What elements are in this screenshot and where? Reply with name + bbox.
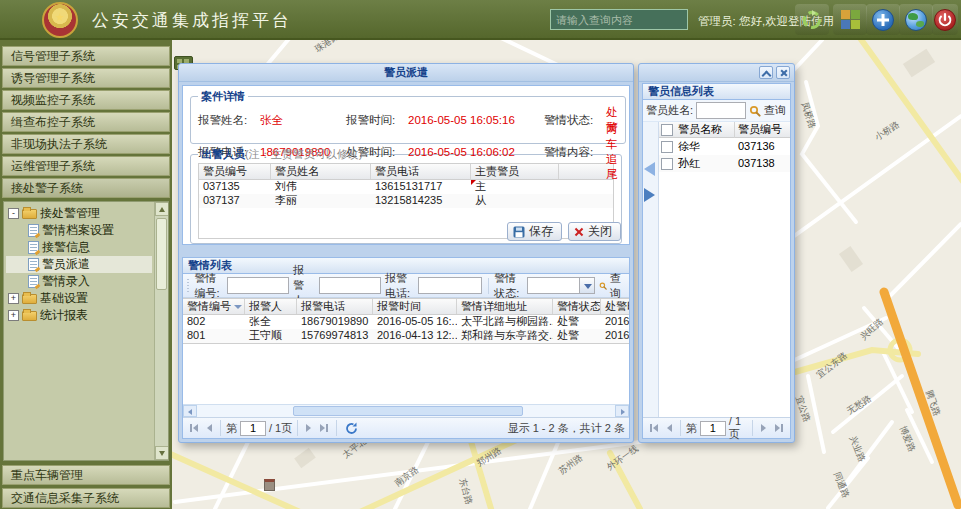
officer-list-row[interactable]: 徐华 037136 [659, 138, 790, 155]
column-header[interactable]: 警情状态 [553, 299, 601, 314]
tree-node-officer-dispatch[interactable]: 警员派遣 [6, 256, 152, 273]
move-left-arrow-icon[interactable] [644, 162, 655, 176]
scroll-down-icon[interactable] [155, 446, 169, 460]
left-sidebar: 信号管理子系统 诱导管理子系统 视频监控子系统 缉查布控子系统 非现场执法子系统… [0, 40, 172, 509]
tree-scrollbar[interactable] [154, 202, 168, 460]
column-header[interactable]: 警员姓名 [271, 164, 371, 179]
main-officer-cell[interactable]: 从 [471, 194, 559, 208]
save-icon [513, 226, 525, 238]
sidebar-tree-panel: 接处警管理 警情档案设置 接警信息 警员派遣 警情录入 [3, 201, 169, 461]
officer-row[interactable]: 037137 李丽 13215814235 从 [199, 194, 613, 208]
sidebar-item-offsite[interactable]: 非现场执法子系统 [2, 134, 170, 154]
officer-search-button[interactable]: 查询 [749, 103, 786, 118]
collapse-node-icon[interactable] [8, 208, 19, 219]
sidebar-item-guidance[interactable]: 诱导管理子系统 [2, 68, 170, 88]
prev-page-button[interactable] [204, 423, 215, 433]
dispatch-window-title[interactable]: 警员派遣 [179, 64, 633, 82]
column-header[interactable]: 报警时间 [373, 299, 457, 314]
collapse-window-icon[interactable] [759, 66, 773, 79]
alarm-status-label: 警情状态: [544, 113, 604, 128]
close-button[interactable]: 关闭 [568, 222, 621, 241]
main-officer-cell[interactable]: 主 [471, 180, 559, 194]
alarm-grid: 警情编号 报警人 报警电话 报警时间 警情详细地址 警情状态 处警时间 802 … [183, 298, 629, 344]
sidebar-item-maintenance[interactable]: 运维管理子系统 [2, 156, 170, 176]
alarm-row[interactable]: 802 张全 18679019890 2016-05-05 16:... 太平北… [183, 315, 629, 329]
close-window-icon[interactable] [776, 66, 790, 79]
column-header[interactable]: 警员电话 [371, 164, 471, 179]
scrollbar-thumb[interactable] [156, 218, 167, 290]
column-header[interactable]: 处警时间 [601, 299, 629, 314]
logout-power-icon[interactable] [932, 4, 958, 35]
last-page-button[interactable] [772, 423, 786, 433]
scroll-left-icon[interactable] [183, 405, 197, 417]
column-header[interactable]: 主责警员 [471, 164, 559, 179]
page-number-input[interactable] [240, 421, 266, 436]
next-page-button[interactable] [303, 423, 314, 433]
status-filter-value[interactable] [527, 277, 579, 294]
expand-node-icon[interactable] [8, 293, 19, 304]
alarm-code-filter-input[interactable] [227, 277, 289, 294]
sidebar-item-signal[interactable]: 信号管理子系统 [2, 46, 170, 66]
tree-node-alarm-info[interactable]: 接警信息 [6, 239, 152, 256]
alarm-code-filter-label: 警情编号: [194, 271, 223, 301]
horizontal-scrollbar[interactable] [183, 404, 629, 417]
sort-desc-icon [234, 305, 242, 309]
top-bar: ★ 公安交通集成指挥平台 管理员: 您好,欢迎登陆使用 [0, 0, 961, 40]
grid-empty-area [183, 344, 629, 404]
officer-row[interactable]: 037135 刘伟 13615131717 主 [199, 180, 613, 194]
sidebar-item-video[interactable]: 视频监控子系统 [2, 90, 170, 110]
sidebar-item-traffic-collection[interactable]: 交通信息采集子系统 [2, 488, 170, 508]
page-number-input[interactable] [700, 421, 726, 436]
app-title: 公安交通集成指挥平台 [92, 9, 292, 32]
officer-name-input[interactable] [696, 102, 746, 119]
tree-node-basic-settings[interactable]: 基础设置 [6, 290, 152, 307]
column-header[interactable]: 警员编号 [199, 164, 271, 179]
alarm-row[interactable]: 801 王守顺 15769974813 2016-04-13 12:... 郑和… [183, 329, 629, 343]
apps-grid-icon[interactable] [833, 4, 867, 35]
caller-filter-input[interactable] [319, 277, 381, 294]
caller-name-value: 张全 [260, 113, 344, 128]
add-icon[interactable] [866, 4, 900, 35]
refresh-button[interactable] [342, 421, 361, 436]
first-page-button[interactable] [187, 423, 201, 433]
first-page-button[interactable] [647, 423, 661, 433]
tree-node-statistics[interactable]: 统计报表 [6, 307, 152, 324]
status-filter-select[interactable] [527, 277, 595, 294]
sidebar-item-investigation[interactable]: 缉查布控子系统 [2, 112, 170, 132]
last-page-button[interactable] [317, 423, 331, 433]
page-count-label: / 1页 [269, 421, 292, 436]
sidebar-item-key-vehicles[interactable]: 重点车辆管理 [2, 465, 170, 485]
move-right-arrow-icon[interactable] [644, 188, 655, 202]
prev-page-button[interactable] [664, 423, 675, 433]
officer-list-row[interactable]: 孙红 037138 [659, 155, 790, 172]
expand-node-icon[interactable] [8, 310, 19, 321]
column-header[interactable]: 报警人 [245, 299, 297, 314]
column-header[interactable]: 警员名称 [675, 122, 735, 138]
row-checkbox[interactable] [661, 141, 673, 153]
global-search-input[interactable] [550, 9, 688, 30]
select-all-checkbox[interactable] [661, 124, 673, 136]
recycle-icon[interactable] [795, 4, 829, 35]
sidebar-item-dispatch-system[interactable]: 接处警子系统 [2, 178, 170, 198]
tree-node-alarm-archive[interactable]: 警情档案设置 [6, 222, 152, 239]
application-window: 珠港路 凤桥路 小桥路 兴旺路 宜公东路 宜公路 无愁路 兴业路 同通路 腾飞路… [0, 0, 961, 509]
phone-filter-input[interactable] [418, 277, 482, 294]
globe-icon[interactable] [899, 4, 933, 35]
alarm-filter-toolbar: 警情编号: 报警人: 报警电话: 警情状态: 查询 [183, 274, 629, 298]
tree-node-alarm-entry[interactable]: 警情录入 [6, 273, 152, 290]
row-checkbox[interactable] [661, 158, 673, 170]
officer-window-titlebar[interactable] [639, 64, 794, 82]
tree-node-dispatch-mgmt[interactable]: 接处警管理 [6, 205, 152, 222]
scroll-up-icon[interactable] [155, 202, 169, 216]
column-header[interactable]: 警情详细地址 [457, 299, 553, 314]
scrollbar-thumb[interactable] [293, 406, 523, 416]
column-header[interactable]: 警员编号 [735, 122, 790, 138]
column-header-sorted[interactable]: 警情编号 [183, 299, 245, 314]
scroll-right-icon[interactable] [615, 405, 629, 417]
toolbar-grip [187, 279, 189, 293]
next-page-button[interactable] [758, 423, 769, 433]
column-header[interactable]: 报警电话 [297, 299, 373, 314]
chevron-down-icon[interactable] [579, 277, 595, 294]
alarm-search-button[interactable]: 查询 [599, 271, 625, 301]
save-button[interactable]: 保存 [507, 222, 562, 241]
